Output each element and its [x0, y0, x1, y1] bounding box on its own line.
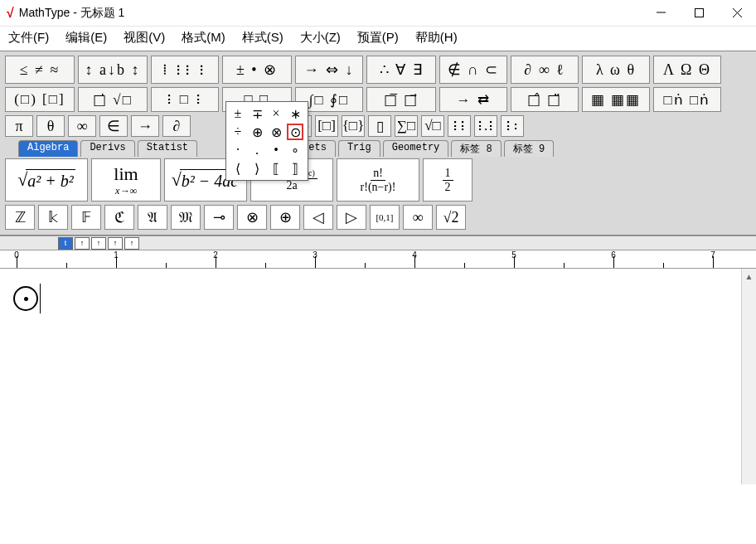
pop-div[interactable]: ÷ — [230, 124, 246, 140]
tab-8[interactable]: 标签 8 — [451, 140, 501, 157]
snip2-11[interactable]: [0,1] — [370, 205, 400, 230]
scroll-up-icon[interactable]: ▲ — [742, 269, 756, 284]
pal-mat3[interactable]: ⫶∶ — [501, 115, 524, 137]
tab-algebra[interactable]: Algebra — [18, 140, 78, 157]
pal-in[interactable]: ∈ — [99, 115, 128, 137]
palette-greek-upper[interactable]: Λ Ω Θ — [653, 56, 721, 84]
tab-geometry[interactable]: Geometry — [383, 140, 449, 157]
snip2-6[interactable]: ⊸ — [204, 205, 234, 230]
snip2-2[interactable]: 𝔽 — [71, 205, 101, 230]
palette-hats[interactable]: □̂ □̈ — [511, 87, 579, 112]
menu-preset[interactable]: 预置(P) — [357, 30, 399, 46]
palette-greek-lower[interactable]: λ ω θ — [582, 56, 650, 84]
pal-sqrt[interactable]: √□ — [421, 115, 444, 137]
pal-rarrow[interactable]: → — [131, 115, 159, 137]
pop-rangle[interactable]: ⟩ — [249, 160, 265, 177]
pop-ast[interactable]: ∗ — [287, 105, 303, 122]
snip2-4[interactable]: 𝔄 — [138, 205, 167, 230]
snip2-10[interactable]: ▷ — [337, 205, 366, 230]
pop-bullet[interactable]: • — [268, 142, 284, 158]
menu-size[interactable]: 大小(Z) — [300, 30, 341, 46]
pop-oplus[interactable]: ⊕ — [249, 124, 265, 140]
tab-derivs[interactable]: Derivs — [80, 140, 134, 157]
ruler-btn-3[interactable]: ↑ — [108, 237, 123, 250]
palette-subsup[interactable]: ⫶ □ ⫶ — [151, 87, 219, 112]
pop-odot-selected[interactable]: ⊙ — [287, 124, 303, 140]
pop-dot[interactable]: . — [249, 142, 265, 158]
close-button[interactable] — [718, 1, 756, 26]
palette-overbar[interactable]: □̅ □⃗ — [366, 87, 436, 112]
vertical-scrollbar[interactable]: ▲ — [741, 269, 756, 484]
menu-edit[interactable]: 编辑(E) — [65, 30, 107, 46]
palette-operators[interactable]: ± • ⊗ — [222, 56, 292, 84]
pop-ldbrack[interactable]: ⟦ — [268, 160, 284, 177]
palette-embellish[interactable]: ⁞ ⫶⫶ ⫶ — [151, 56, 219, 84]
menu-format[interactable]: 格式(M) — [182, 30, 225, 46]
snip2-13[interactable]: √2 — [436, 205, 466, 230]
pal-sum[interactable]: ∑□ — [395, 115, 418, 137]
pop-minusplus[interactable]: ∓ — [249, 105, 265, 122]
pop-otimes[interactable]: ⊗ — [268, 124, 284, 140]
menu-file[interactable]: 文件(F) — [8, 30, 49, 46]
snip2-9[interactable]: ◁ — [303, 205, 333, 230]
pop-times[interactable]: × — [268, 105, 284, 122]
tab-trig[interactable]: Trig — [338, 140, 380, 157]
pop-langle[interactable]: ⟨ — [230, 160, 246, 177]
ruler-btn-1[interactable]: ↑ — [75, 237, 90, 250]
tab-9[interactable]: 标签 9 — [504, 140, 554, 157]
snippet-tabs: Algebra Derivs Statist Sets Trig Geometr… — [18, 140, 751, 157]
equation-canvas[interactable] — [0, 269, 756, 484]
pal-infty[interactable]: ∞ — [68, 115, 96, 137]
snip-half-num: 1 — [443, 168, 453, 181]
snip-binom-num: n! — [371, 168, 385, 181]
pal-brack[interactable]: [□] — [315, 115, 338, 137]
menu-style[interactable]: 样式(S) — [242, 30, 284, 46]
palette-settheory[interactable]: ∉ ∩ ⊂ — [439, 56, 507, 84]
snip-limit[interactable]: limx→∞ — [91, 158, 161, 202]
palette-relations[interactable]: ≤ ≠ ≈ — [5, 56, 75, 84]
pop-circ[interactable]: ∘ — [287, 142, 303, 158]
ruler-btn-4[interactable]: ↑ — [124, 237, 139, 250]
snip2-3[interactable]: ℭ — [104, 205, 134, 230]
palette-row-3: π θ ∞ ∈ → ∂ (□) [□] {□} ▯ ∑□ √□ ⫶⫶ ⫶.⫶ ⫶… — [5, 115, 751, 137]
palette-matrix[interactable]: ▦ ▦▦ — [582, 87, 650, 112]
snip-pythagorean[interactable]: a² + b² — [5, 158, 88, 202]
canvas-wrap: ▲ — [0, 269, 756, 484]
snip2-8[interactable]: ⊕ — [270, 205, 300, 230]
snip2-0[interactable]: ℤ — [5, 205, 35, 230]
palette-boxes[interactable]: □ṅ □ṅ — [653, 87, 721, 112]
menu-view[interactable]: 视图(V) — [124, 30, 165, 46]
pop-cdot[interactable]: · — [230, 142, 246, 158]
snip2-5[interactable]: 𝔐 — [171, 205, 201, 230]
ruler-bar: t ↑ ↑ ↑ ↑ — [0, 236, 756, 250]
snip2-1[interactable]: 𝕜 — [38, 205, 68, 230]
pal-brace[interactable]: {□} — [342, 115, 365, 137]
pop-plusminus[interactable]: ± — [230, 105, 246, 122]
snip2-12[interactable]: ∞ — [403, 205, 433, 230]
palette-fracroot[interactable]: □̇ √□ — [78, 87, 148, 112]
ruler-btn-0[interactable]: t — [58, 237, 73, 250]
palette-misc[interactable]: ∂ ∞ ℓ — [511, 56, 579, 84]
ruler-btn-2[interactable]: ↑ — [91, 237, 106, 250]
palette-spaces[interactable]: ↕ a↓b ↕ — [78, 56, 148, 84]
ruler[interactable]: 0 1 2 3 4 5 6 7 — [0, 250, 756, 269]
minimize-button[interactable] — [642, 1, 680, 26]
palette-fences[interactable]: (□) [□] — [5, 87, 75, 112]
snip-binomial[interactable]: n!r!(n−r)! — [337, 158, 419, 202]
maximize-button[interactable] — [680, 1, 718, 26]
snip-half[interactable]: 12 — [423, 158, 472, 202]
pal-mat1[interactable]: ⫶⫶ — [448, 115, 471, 137]
palette-logic[interactable]: ∴ ∀ ∃ — [366, 56, 436, 84]
equation-content — [13, 284, 41, 313]
pal-pi[interactable]: π — [5, 115, 33, 137]
pal-theta[interactable]: θ — [36, 115, 65, 137]
pal-partial[interactable]: ∂ — [162, 115, 191, 137]
pal-mat2[interactable]: ⫶.⫶ — [474, 115, 497, 137]
snip2-7[interactable]: ⊗ — [237, 205, 267, 230]
palette-labeledarrows[interactable]: → ⇄ — [439, 87, 507, 112]
tab-statist[interactable]: Statist — [138, 140, 197, 157]
menu-help[interactable]: 帮助(H) — [415, 30, 458, 46]
pal-slot[interactable]: ▯ — [368, 115, 391, 137]
pop-rdbrack[interactable]: ⟧ — [287, 160, 303, 177]
palette-arrows[interactable]: → ⇔ ↓ — [295, 56, 363, 84]
